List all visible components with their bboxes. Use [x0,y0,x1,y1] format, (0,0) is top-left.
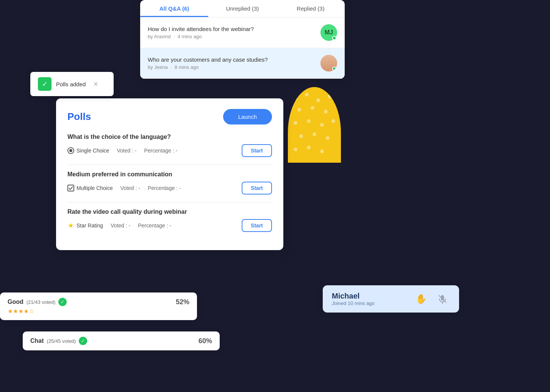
qna-item-content: How do I invite attendees for the webina… [148,26,254,39]
voted-label-1: Voted : - [117,148,136,154]
result-bar-chat: Chat (25/45 voted) ✓ 60% [23,331,220,350]
decorative-dots-svg [288,87,341,163]
radio-icon [67,147,74,154]
poll-question-2-title: Medium preferred in communication [67,171,272,178]
qna-panel: All Q&A (6) Unreplied (3) Replied (3) Ho… [140,0,345,79]
avatar-mj: MJ [320,24,337,41]
percentage-label-2: Percentage : - [148,185,181,191]
svg-point-18 [69,149,72,152]
start-button-2[interactable]: Start [242,182,272,194]
stars-rating: ★★★★☆ [8,308,189,315]
poll-divider-2 [67,202,272,202]
michael-name: Michael [332,292,375,300]
start-button-1[interactable]: Start [242,144,272,157]
svg-point-5 [311,106,314,110]
start-button-3[interactable]: Start [242,219,272,232]
result-bar-inner-chat: Chat (25/45 voted) ✓ 60% [30,337,212,345]
star-icon: ★ [67,222,74,229]
launch-button[interactable]: Launch [223,109,272,124]
voted-label-2: Voted : - [120,185,140,191]
result-check-chat: ✓ [79,337,87,345]
svg-point-4 [297,108,301,112]
toast-close-button[interactable]: ✕ [93,81,98,88]
svg-point-9 [320,123,324,127]
poll-question-1: What is the choice of the language? Sing… [67,134,272,157]
svg-point-7 [294,121,297,125]
qna-item-content-2: Who are your customers and any case stud… [148,56,268,70]
poll-question-1-title: What is the choice of the language? [67,134,272,140]
online-indicator-2 [332,67,336,71]
svg-point-0 [294,96,297,100]
poll-divider-1 [67,165,272,165]
checkbox-icon [67,185,74,191]
poll-type-row-3: ★ Star Rating Voted : - Percentage : - S… [67,219,272,232]
result-check-good: ✓ [58,298,67,306]
svg-point-6 [324,110,328,114]
tab-all-qna[interactable]: All Q&A (6) [140,0,208,17]
svg-point-14 [294,148,297,151]
poll-type-row-2: Multiple Choice Voted : - Percentage : -… [67,182,272,194]
decorative-shape [288,87,341,163]
svg-point-10 [331,119,335,123]
poll-type-3: ★ Star Rating [67,222,103,229]
poll-question-3: Rate the video call quality during webin… [67,208,272,232]
svg-point-12 [312,132,316,136]
poll-question-3-title: Rate the video call quality during webin… [67,208,272,215]
svg-point-3 [328,95,331,98]
online-indicator [332,36,336,40]
svg-point-13 [326,136,330,140]
polls-title: Polls [67,111,91,123]
polls-panel: Polls Launch What is the choice of the l… [56,98,283,250]
result-bar-good: Good (21/43 voted) ✓ 52% ★★★★☆ [0,292,197,320]
poll-type-1: Single Choice [67,147,109,154]
microphone-muted-icon[interactable] [435,291,450,306]
toast-message: Polls added [56,81,86,87]
qna-item-2[interactable]: Who are your customers and any case stud… [140,48,345,79]
poll-type-row-1: Single Choice Voted : - Percentage : - S… [67,144,272,157]
svg-point-15 [307,146,311,149]
svg-point-1 [305,93,309,96]
michael-info: Michael Joined 10 mins ago [332,292,375,306]
michael-joined: Joined 10 mins ago [332,300,375,306]
tab-replied[interactable]: Replied (3) [277,0,345,17]
michael-notification: Michael Joined 10 mins ago ✋ [323,285,459,313]
poll-question-2: Medium preferred in communication Multip… [67,171,272,194]
toast-notification: ✓ Polls added ✕ [30,72,114,96]
result-label-chat: Chat (25/45 voted) ✓ [30,337,87,345]
svg-point-8 [307,119,311,123]
svg-point-11 [299,134,303,138]
result-bar-inner-good: Good (21/43 voted) ✓ 52% [8,298,189,306]
voted-label-3: Voted : - [111,222,130,229]
toast-check-icon: ✓ [38,77,52,91]
percentage-label-3: Percentage : - [138,222,171,229]
polls-header: Polls Launch [67,109,272,124]
michael-action-icons: ✋ [414,291,450,306]
qna-item-1[interactable]: How do I invite attendees for the webina… [140,17,345,48]
percentage-label-1: Percentage : - [144,148,178,154]
poll-type-2: Multiple Choice [67,185,113,191]
avatar-jeena [320,55,337,72]
qna-tabs: All Q&A (6) Unreplied (3) Replied (3) [140,0,345,17]
result-label-good: Good (21/43 voted) ✓ [8,298,67,306]
svg-point-16 [320,149,324,153]
svg-point-2 [316,98,320,102]
raise-hand-icon[interactable]: ✋ [414,291,429,306]
tab-unreplied[interactable]: Unreplied (3) [208,0,277,17]
svg-rect-19 [68,185,74,191]
